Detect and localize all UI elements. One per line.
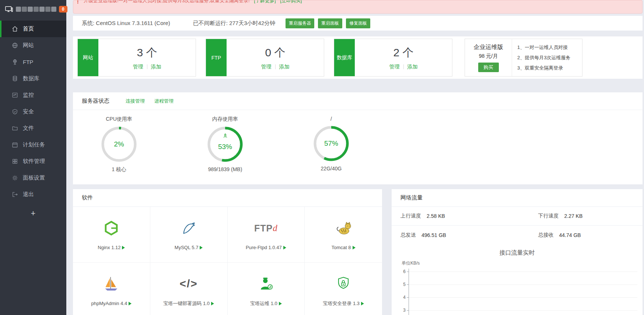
- software-item-pure-ftpd[interactable]: FTPd Pure-Ftpd 1.0.47: [228, 207, 305, 263]
- run-indicator-icon: [200, 246, 203, 249]
- software-panel: 软件 Nginx 1.12 MySQL 5.7: [73, 189, 382, 315]
- database-stat-card: 数据库 2 个 管理 添加: [334, 39, 452, 77]
- sidebar-item-logout[interactable]: 退出: [0, 186, 66, 203]
- sidebar-item-appstore[interactable]: 软件管理: [0, 153, 66, 170]
- uptime-text: 已不间断运行: 277天3小时42分钟: [193, 20, 275, 27]
- ftp-manage-link[interactable]: 管理: [261, 64, 272, 70]
- software-item-name: Pure-Ftpd 1.0.47: [246, 245, 282, 250]
- pure-ftpd-icon: FTPd: [254, 219, 278, 237]
- y-tick-5: 5: [399, 282, 406, 287]
- sites-count: 3 个: [137, 45, 157, 60]
- sidebar-menu: 首页 网站 FTP 数据库 监控 安全: [0, 21, 66, 218]
- gridline: [409, 297, 637, 298]
- connections-manage-link[interactable]: 连接管理: [126, 98, 145, 105]
- sidebar-item-settings[interactable]: 面板设置: [0, 170, 66, 186]
- gear-icon: [12, 175, 18, 181]
- run-indicator-icon: [211, 302, 214, 305]
- disk-usage-text: 22G/40G: [321, 166, 342, 171]
- bt-panel-dashboard: 0 首页 网站 FTP 数据库 监控: [0, 0, 644, 315]
- software-item-phpmyadmin[interactable]: phpMyAdmin 4.4: [73, 263, 150, 315]
- software-item-name: 宝塔安全登录 1.3: [323, 300, 360, 307]
- system-info-bar: 系统: CentOS Linux 7.3.1611 (Core) 已不间断运行:…: [73, 16, 643, 31]
- y-tickmark: [407, 297, 409, 298]
- software-item-name: Tomcat 8: [332, 245, 351, 250]
- total-received-value: 44.74 GB: [559, 232, 581, 238]
- sidebar-item-label: 退出: [23, 191, 34, 198]
- software-item-name: 宝塔运维 1.0: [250, 300, 277, 307]
- main-content: ! 升级企业运维版!一对一运维人员对接,提供每月3次运维服务,双重安全隔离登录!…: [66, 0, 644, 315]
- server-name-redacted: [16, 7, 56, 12]
- restart-server-button[interactable]: 重启服务器: [286, 18, 314, 28]
- sidebar-item-label: 软件管理: [23, 158, 45, 165]
- gridline: [409, 310, 637, 311]
- database-manage-link[interactable]: 管理: [389, 64, 400, 70]
- memory-usage-text: 989/1839 (MB): [208, 166, 242, 172]
- buy-button[interactable]: 购买: [478, 63, 499, 72]
- sidebar-item-label: 首页: [23, 25, 34, 32]
- y-tick-3: 3: [399, 308, 406, 313]
- divider: [403, 64, 404, 69]
- promo-feature-2: 2、提供每月3次运维服务: [517, 54, 582, 61]
- software-item-tomcat[interactable]: Tomcat 8: [305, 207, 382, 263]
- sites-add-link[interactable]: 添加: [151, 64, 161, 70]
- process-manage-link[interactable]: 进程管理: [154, 98, 174, 105]
- alert-learn-more-link[interactable]: [了解更多]: [254, 0, 276, 3]
- sidebar-item-sites[interactable]: 网站: [0, 37, 66, 54]
- sidebar-item-label: FTP: [23, 59, 33, 65]
- disk-gauge: / 57% 22G/40G: [294, 110, 368, 173]
- software-item-bt-ops[interactable]: 宝塔运维 1.0: [228, 263, 305, 315]
- sidebar-item-home[interactable]: 首页: [0, 21, 66, 37]
- sidebar-item-database[interactable]: 数据库: [0, 70, 66, 87]
- ftp-stat-card: FTP 0 个 管理 添加: [206, 39, 324, 77]
- divider: [147, 64, 147, 69]
- ftp-card-label: FTP: [206, 39, 227, 76]
- sidebar-item-security[interactable]: 安全: [0, 103, 66, 120]
- phpmyadmin-icon: [103, 275, 119, 293]
- software-item-secure-login[interactable]: 宝塔安全登录 1.3: [305, 263, 382, 315]
- run-indicator-icon: [122, 246, 125, 249]
- monitor-icon: [12, 92, 18, 98]
- disk-mount-label: /: [330, 116, 332, 122]
- sidebar-item-label: 文件: [23, 125, 34, 132]
- sidebar-item-monitor[interactable]: 监控: [0, 87, 66, 103]
- sidebar-item-cron[interactable]: 计划任务: [0, 137, 66, 153]
- cpu-gauge: CPU使用率 2% 1 核心: [82, 110, 156, 173]
- software-item-nginx[interactable]: Nginx 1.12: [73, 207, 150, 263]
- promo-feature-3: 3、双重安全隔离登录: [517, 65, 582, 71]
- tomcat-icon: [335, 219, 352, 237]
- folder-icon: [12, 125, 18, 131]
- software-item-name: Nginx 1.12: [98, 245, 120, 250]
- sidebar-item-ftp[interactable]: FTP: [0, 54, 66, 70]
- ftp-add-link[interactable]: 添加: [279, 64, 290, 70]
- promo-feature-1: 1、一对一运维人员对接: [517, 44, 582, 51]
- nginx-icon: [103, 219, 119, 237]
- network-panel-title: 网络流量: [400, 194, 423, 201]
- sidebar-item-label: 数据库: [23, 75, 39, 82]
- software-item-mysql[interactable]: MySQL 5.7: [150, 207, 228, 263]
- software-item-deploy-code[interactable]: </> 宝塔一键部署源码 1.0: [150, 263, 228, 315]
- divider: [275, 64, 276, 69]
- network-traffic-panel: 网络流量 上行速度 2.58 KB 下行速度 2.27 KB 总发送 496.5…: [392, 189, 643, 315]
- y-tickmark: [407, 272, 409, 272]
- alert-buy-now-link[interactable]: [立即购买]: [280, 0, 302, 3]
- sidebar-item-label: 网站: [23, 42, 34, 49]
- calendar-icon: [12, 142, 18, 148]
- cpu-percent-value: 2%: [100, 125, 138, 163]
- globe-icon: [12, 42, 18, 49]
- ops-person-icon: [258, 275, 274, 293]
- sidebar-item-label: 面板设置: [23, 174, 45, 181]
- message-count-badge[interactable]: 0: [59, 6, 67, 13]
- grid-icon: [12, 158, 18, 164]
- y-tickmark: [407, 284, 409, 285]
- database-add-link[interactable]: 添加: [407, 64, 418, 70]
- restart-panel-button[interactable]: 重启面板: [318, 18, 342, 28]
- cpu-cores-text: 1 核心: [112, 166, 126, 173]
- sidebar-item-files[interactable]: 文件: [0, 120, 66, 137]
- repair-panel-button[interactable]: 修复面板: [346, 18, 370, 28]
- sites-manage-link[interactable]: 管理: [133, 64, 143, 70]
- database-count: 2 个: [393, 45, 413, 60]
- total-sent-label: 总发送: [400, 232, 416, 238]
- y-tick-4: 4: [399, 295, 406, 300]
- sidebar-add-button[interactable]: +: [0, 209, 66, 218]
- sites-card-label: 网站: [78, 39, 98, 76]
